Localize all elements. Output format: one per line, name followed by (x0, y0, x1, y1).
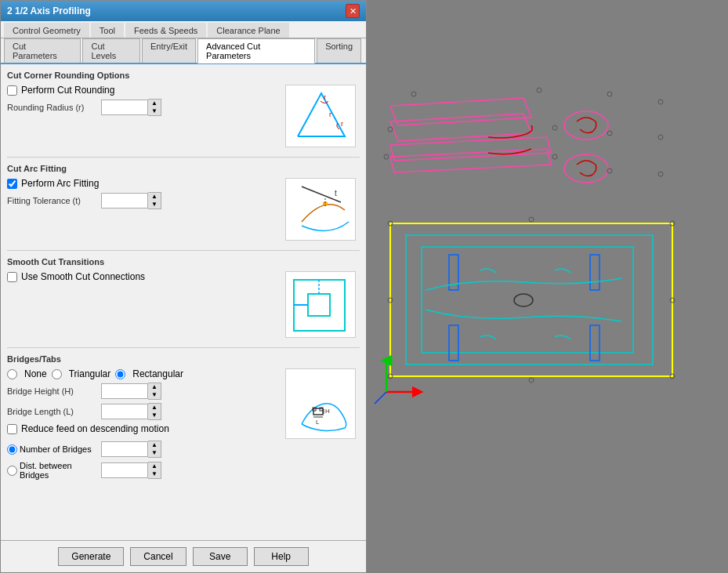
fitting-tolerance-up[interactable]: ▲ (148, 193, 161, 201)
window-title: 2 1/2 Axis Profiling (7, 5, 91, 16)
perform-arc-fitting-row: Perform Arc Fitting (7, 178, 281, 189)
bridge-length-down[interactable]: ▼ (148, 412, 161, 419)
tab-feeds-speeds[interactable]: Feeds & Speeds (125, 23, 206, 38)
number-of-bridges-spinner: 8 ▲ ▼ (101, 441, 161, 458)
bridge-height-row: Bridge Height (H) 4 ▲ ▼ (7, 383, 281, 400)
cancel-button[interactable]: Cancel (130, 547, 186, 566)
number-of-bridges-up[interactable]: ▲ (148, 441, 161, 449)
dist-between-bridges-spinner: 20 ▲ ▼ (101, 462, 161, 479)
bridge-height-down[interactable]: ▼ (148, 391, 161, 399)
svg-text:r: r (324, 93, 326, 101)
rounding-radius-input[interactable]: 1 (101, 100, 148, 115)
svg-rect-4 (286, 179, 356, 241)
corner-rounding-svg: r r r (285, 85, 356, 147)
triangular-radio[interactable] (52, 369, 62, 379)
svg-text:H: H (325, 408, 330, 415)
bridges-tabs-section: Bridges/Tabs None Triangular Rectangular… (7, 354, 360, 483)
tab-control-geometry[interactable]: Control Geometry (4, 23, 89, 38)
cut-arc-fitting-left: Perform Arc Fitting Fitting Tolerance (t… (7, 178, 281, 212)
cut-corner-rounding-section: Cut Corner Rounding Options Perform Cut … (7, 71, 360, 147)
bridge-length-label: Bridge Length (L) (7, 407, 101, 416)
subtab-cut-parameters[interactable]: Cut Parameters (4, 38, 81, 63)
title-bar: 2 1/2 Axis Profiling ✕ (1, 1, 366, 21)
dist-between-bridges-input[interactable]: 20 (101, 462, 148, 478)
bridge-height-label: Bridge Height (H) (7, 386, 101, 396)
tab-clearance-plane[interactable]: Clearance Plane (208, 23, 288, 38)
bridge-height-input[interactable]: 4 (101, 383, 148, 399)
perform-arc-fitting-label: Perform Arc Fitting (21, 178, 99, 189)
bridge-height-up[interactable]: ▲ (148, 383, 161, 391)
divider-3 (7, 347, 360, 348)
close-button[interactable]: ✕ (346, 4, 360, 18)
rounding-radius-up[interactable]: ▲ (148, 100, 161, 107)
svg-rect-22 (367, 0, 728, 573)
smooth-cut-transitions-left: Use Smooth Cut Connections (7, 271, 281, 285)
svg-text:t: t (335, 189, 337, 198)
fitting-tolerance-down[interactable]: ▼ (148, 201, 161, 209)
arc-fitting-svg: t (285, 178, 356, 241)
content-area: Cut Corner Rounding Options Perform Cut … (1, 64, 366, 540)
bridges-tabs-left: None Triangular Rectangular Bridge Heigh… (7, 368, 281, 483)
cut-corner-rounding-title: Cut Corner Rounding Options (7, 71, 360, 80)
generate-button[interactable]: Generate (58, 547, 124, 566)
menu-tab-bar: Control Geometry Tool Feeds & Speeds Cle… (1, 21, 366, 38)
svg-text:r: r (341, 120, 343, 128)
use-smooth-connections-label: Use Smooth Cut Connections (21, 271, 145, 282)
number-of-bridges-down[interactable]: ▼ (148, 449, 161, 457)
rounding-radius-label: Rounding Radius (r) (7, 103, 101, 112)
bridge-length-input[interactable]: 4 (101, 404, 148, 419)
tab-tool[interactable]: Tool (91, 23, 124, 38)
fitting-tolerance-spinner: 0.1 ▲ ▼ (101, 192, 161, 209)
subtab-sorting[interactable]: Sorting (317, 38, 361, 63)
rounding-radius-spinner: 1 ▲ ▼ (101, 99, 161, 116)
none-label: None (24, 368, 47, 379)
reduce-feed-row: Reduce feed on descending motion (7, 423, 281, 434)
svg-text:L: L (316, 419, 320, 426)
smooth-cut-diagram (281, 271, 360, 338)
bridge-type-row: None Triangular Rectangular (7, 368, 281, 379)
perform-cut-rounding-row: Perform Cut Rounding (7, 85, 281, 96)
reduce-feed-label: Reduce feed on descending motion (21, 423, 169, 434)
dist-between-bridges-radio[interactable] (7, 466, 17, 476)
number-of-bridges-spinner-btns: ▲ ▼ (148, 441, 161, 458)
number-of-bridges-radio[interactable] (7, 444, 17, 455)
smooth-cut-transitions-title: Smooth Cut Transitions (7, 257, 360, 267)
fitting-tolerance-input[interactable]: 0.1 (101, 193, 148, 209)
rectangular-label: Rectangular (132, 368, 183, 379)
rounding-radius-down[interactable]: ▼ (148, 107, 161, 115)
perform-arc-fitting-checkbox[interactable] (7, 179, 17, 189)
bridges-svg: H L (285, 368, 356, 439)
none-radio[interactable] (7, 369, 17, 379)
fitting-tolerance-label: Fitting Tolerance (t) (7, 196, 101, 205)
cad-view-panel (367, 0, 728, 573)
help-button[interactable]: Help (254, 547, 309, 566)
fitting-tolerance-spinner-btns: ▲ ▼ (148, 192, 161, 209)
subtab-entry-exit[interactable]: Entry/Exit (142, 38, 196, 63)
rectangular-radio[interactable] (115, 369, 125, 379)
bridges-tabs-title: Bridges/Tabs (7, 354, 360, 364)
subtab-advanced-cut-parameters[interactable]: Advanced Cut Parameters (197, 38, 315, 63)
use-smooth-connections-row: Use Smooth Cut Connections (7, 271, 281, 282)
triangular-label: Triangular (69, 368, 111, 379)
subtab-cut-levels[interactable]: Cut Levels (82, 38, 140, 63)
bridge-length-up[interactable]: ▲ (148, 404, 161, 412)
bridges-diagram: H L (281, 368, 360, 439)
dist-between-bridges-up[interactable]: ▲ (148, 462, 161, 470)
dist-between-bridges-label: Dist. between Bridges (20, 461, 101, 480)
bridges-tabs-content: None Triangular Rectangular Bridge Heigh… (7, 368, 360, 483)
perform-cut-rounding-checkbox[interactable] (7, 85, 17, 96)
bridge-height-spinner-btns: ▲ ▼ (148, 383, 161, 400)
save-button[interactable]: Save (193, 547, 248, 566)
rounding-radius-row: Rounding Radius (r) 1 ▲ ▼ (7, 99, 281, 116)
rounding-radius-spinner-btns: ▲ ▼ (148, 99, 161, 116)
svg-text:r: r (329, 111, 331, 118)
reduce-feed-checkbox[interactable] (7, 424, 17, 434)
smooth-cut-transitions-content: Use Smooth Cut Connections (7, 271, 360, 338)
smooth-cut-transitions-section: Smooth Cut Transitions Use Smooth Cut Co… (7, 257, 360, 338)
cut-arc-fitting-title: Cut Arc Fitting (7, 164, 360, 173)
use-smooth-connections-checkbox[interactable] (7, 272, 17, 282)
number-of-bridges-input[interactable]: 8 (101, 441, 148, 457)
cut-corner-rounding-left: Perform Cut Rounding Rounding Radius (r)… (7, 85, 281, 119)
bottom-bar: Generate Cancel Save Help (1, 540, 366, 572)
dist-between-bridges-down[interactable]: ▼ (148, 470, 161, 478)
